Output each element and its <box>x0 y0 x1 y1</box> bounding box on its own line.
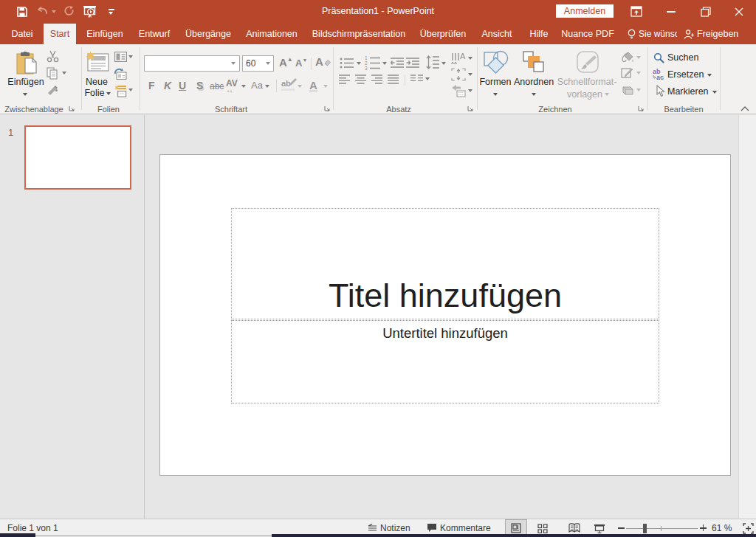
svg-text:3: 3 <box>365 66 368 70</box>
svg-text:1: 1 <box>365 55 368 60</box>
svg-text:A: A <box>460 52 466 60</box>
svg-text:2: 2 <box>365 60 368 66</box>
svg-text:ac: ac <box>656 74 664 80</box>
